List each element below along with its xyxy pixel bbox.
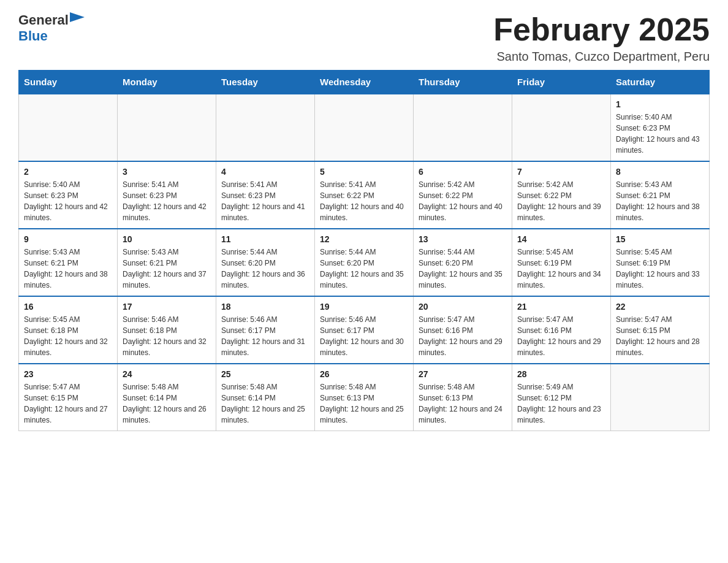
calendar-cell: 1Sunrise: 5:40 AM Sunset: 6:23 PM Daylig… <box>611 94 710 161</box>
day-number: 23 <box>24 369 112 379</box>
calendar-cell <box>216 94 315 161</box>
day-number: 22 <box>616 302 704 312</box>
calendar-cell <box>512 94 611 161</box>
calendar-cell: 3Sunrise: 5:41 AM Sunset: 6:23 PM Daylig… <box>118 161 216 229</box>
calendar-cell: 27Sunrise: 5:48 AM Sunset: 6:13 PM Dayli… <box>414 364 512 431</box>
month-year-title: February 2025 <box>493 12 710 47</box>
day-info: Sunrise: 5:42 AM Sunset: 6:22 PM Dayligh… <box>419 179 507 223</box>
day-info: Sunrise: 5:47 AM Sunset: 6:15 PM Dayligh… <box>616 314 704 358</box>
calendar-cell: 28Sunrise: 5:49 AM Sunset: 6:12 PM Dayli… <box>512 364 611 431</box>
logo-wordmark: General Blue <box>18 12 85 44</box>
day-number: 5 <box>320 167 408 177</box>
calendar-cell: 4Sunrise: 5:41 AM Sunset: 6:23 PM Daylig… <box>216 161 315 229</box>
calendar-cell <box>611 364 710 431</box>
day-number: 12 <box>320 234 408 244</box>
calendar-cell: 21Sunrise: 5:47 AM Sunset: 6:16 PM Dayli… <box>512 296 611 364</box>
calendar-header-thursday: Thursday <box>414 71 512 94</box>
day-number: 20 <box>419 302 507 312</box>
day-info: Sunrise: 5:43 AM Sunset: 6:21 PM Dayligh… <box>24 247 112 291</box>
day-info: Sunrise: 5:47 AM Sunset: 6:16 PM Dayligh… <box>419 314 507 358</box>
calendar-cell: 26Sunrise: 5:48 AM Sunset: 6:13 PM Dayli… <box>315 364 414 431</box>
day-info: Sunrise: 5:40 AM Sunset: 6:23 PM Dayligh… <box>616 112 704 156</box>
calendar-cell: 7Sunrise: 5:42 AM Sunset: 6:22 PM Daylig… <box>512 161 611 229</box>
page-header: General Blue February 2025 Santo Tomas, … <box>18 12 710 64</box>
calendar-week-row: 2Sunrise: 5:40 AM Sunset: 6:23 PM Daylig… <box>19 161 710 229</box>
day-info: Sunrise: 5:49 AM Sunset: 6:12 PM Dayligh… <box>517 381 605 426</box>
calendar-cell: 15Sunrise: 5:45 AM Sunset: 6:19 PM Dayli… <box>611 229 710 296</box>
day-number: 14 <box>517 234 605 244</box>
calendar-cell: 5Sunrise: 5:41 AM Sunset: 6:22 PM Daylig… <box>315 161 414 229</box>
calendar-header-tuesday: Tuesday <box>216 71 315 94</box>
calendar-cell: 25Sunrise: 5:48 AM Sunset: 6:14 PM Dayli… <box>216 364 315 431</box>
calendar-cell: 20Sunrise: 5:47 AM Sunset: 6:16 PM Dayli… <box>414 296 512 364</box>
calendar-cell <box>414 94 512 161</box>
logo: General Blue <box>18 12 85 44</box>
day-number: 7 <box>517 167 605 177</box>
day-number: 2 <box>24 167 112 177</box>
day-number: 27 <box>419 369 507 379</box>
day-info: Sunrise: 5:44 AM Sunset: 6:20 PM Dayligh… <box>320 247 408 291</box>
day-number: 16 <box>24 302 112 312</box>
calendar-cell: 14Sunrise: 5:45 AM Sunset: 6:19 PM Dayli… <box>512 229 611 296</box>
calendar-cell: 6Sunrise: 5:42 AM Sunset: 6:22 PM Daylig… <box>414 161 512 229</box>
day-info: Sunrise: 5:40 AM Sunset: 6:23 PM Dayligh… <box>24 179 112 223</box>
day-number: 17 <box>123 302 211 312</box>
calendar-cell: 17Sunrise: 5:46 AM Sunset: 6:18 PM Dayli… <box>118 296 216 364</box>
day-number: 26 <box>320 369 408 379</box>
day-info: Sunrise: 5:47 AM Sunset: 6:15 PM Dayligh… <box>24 381 112 426</box>
day-number: 4 <box>221 167 309 177</box>
calendar-cell: 18Sunrise: 5:46 AM Sunset: 6:17 PM Dayli… <box>216 296 315 364</box>
calendar-header-friday: Friday <box>512 71 611 94</box>
day-number: 1 <box>616 99 704 109</box>
day-number: 24 <box>123 369 211 379</box>
day-info: Sunrise: 5:48 AM Sunset: 6:14 PM Dayligh… <box>123 381 211 426</box>
calendar-cell <box>19 94 118 161</box>
day-info: Sunrise: 5:45 AM Sunset: 6:18 PM Dayligh… <box>24 314 112 358</box>
day-info: Sunrise: 5:46 AM Sunset: 6:18 PM Dayligh… <box>123 314 211 358</box>
day-info: Sunrise: 5:41 AM Sunset: 6:23 PM Dayligh… <box>123 179 211 223</box>
calendar-week-row: 16Sunrise: 5:45 AM Sunset: 6:18 PM Dayli… <box>19 296 710 364</box>
day-number: 19 <box>320 302 408 312</box>
calendar-cell: 16Sunrise: 5:45 AM Sunset: 6:18 PM Dayli… <box>19 296 118 364</box>
day-number: 28 <box>517 369 605 379</box>
title-section: February 2025 Santo Tomas, Cuzco Departm… <box>493 12 710 64</box>
day-info: Sunrise: 5:45 AM Sunset: 6:19 PM Dayligh… <box>616 247 704 291</box>
calendar-cell: 24Sunrise: 5:48 AM Sunset: 6:14 PM Dayli… <box>118 364 216 431</box>
calendar-header-monday: Monday <box>118 71 216 94</box>
day-number: 11 <box>221 234 309 244</box>
day-info: Sunrise: 5:44 AM Sunset: 6:20 PM Dayligh… <box>419 247 507 291</box>
calendar-cell: 13Sunrise: 5:44 AM Sunset: 6:20 PM Dayli… <box>414 229 512 296</box>
day-number: 6 <box>419 167 507 177</box>
calendar-cell: 8Sunrise: 5:43 AM Sunset: 6:21 PM Daylig… <box>611 161 710 229</box>
day-info: Sunrise: 5:45 AM Sunset: 6:19 PM Dayligh… <box>517 247 605 291</box>
calendar-header-sunday: Sunday <box>19 71 118 94</box>
day-info: Sunrise: 5:48 AM Sunset: 6:14 PM Dayligh… <box>221 381 309 426</box>
calendar-week-row: 23Sunrise: 5:47 AM Sunset: 6:15 PM Dayli… <box>19 364 710 431</box>
day-number: 21 <box>517 302 605 312</box>
calendar-cell: 12Sunrise: 5:44 AM Sunset: 6:20 PM Dayli… <box>315 229 414 296</box>
day-number: 10 <box>123 234 211 244</box>
day-number: 25 <box>221 369 309 379</box>
day-number: 15 <box>616 234 704 244</box>
calendar-cell <box>315 94 414 161</box>
calendar-cell: 23Sunrise: 5:47 AM Sunset: 6:15 PM Dayli… <box>19 364 118 431</box>
calendar-cell: 11Sunrise: 5:44 AM Sunset: 6:20 PM Dayli… <box>216 229 315 296</box>
day-number: 9 <box>24 234 112 244</box>
calendar-table: SundayMondayTuesdayWednesdayThursdayFrid… <box>18 70 710 431</box>
calendar-cell: 9Sunrise: 5:43 AM Sunset: 6:21 PM Daylig… <box>19 229 118 296</box>
day-info: Sunrise: 5:41 AM Sunset: 6:23 PM Dayligh… <box>221 179 309 223</box>
day-info: Sunrise: 5:46 AM Sunset: 6:17 PM Dayligh… <box>320 314 408 358</box>
day-number: 13 <box>419 234 507 244</box>
day-info: Sunrise: 5:43 AM Sunset: 6:21 PM Dayligh… <box>123 247 211 291</box>
day-info: Sunrise: 5:48 AM Sunset: 6:13 PM Dayligh… <box>320 381 408 426</box>
calendar-cell <box>118 94 216 161</box>
calendar-cell: 2Sunrise: 5:40 AM Sunset: 6:23 PM Daylig… <box>19 161 118 229</box>
logo-flag-icon <box>70 12 85 25</box>
day-info: Sunrise: 5:41 AM Sunset: 6:22 PM Dayligh… <box>320 179 408 223</box>
calendar-cell: 19Sunrise: 5:46 AM Sunset: 6:17 PM Dayli… <box>315 296 414 364</box>
calendar-header-row: SundayMondayTuesdayWednesdayThursdayFrid… <box>19 71 710 94</box>
day-info: Sunrise: 5:47 AM Sunset: 6:16 PM Dayligh… <box>517 314 605 358</box>
calendar-header-wednesday: Wednesday <box>315 71 414 94</box>
day-number: 8 <box>616 167 704 177</box>
calendar-cell: 22Sunrise: 5:47 AM Sunset: 6:15 PM Dayli… <box>611 296 710 364</box>
